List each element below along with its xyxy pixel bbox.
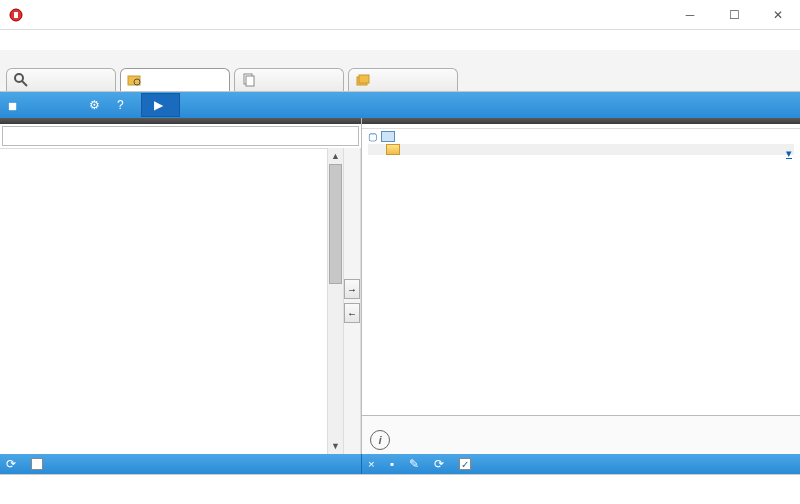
properties-link[interactable]: ▾: [784, 147, 792, 160]
menu-help[interactable]: [46, 38, 58, 42]
pencil-icon: ✎: [409, 457, 419, 471]
maximize-button[interactable]: ☐: [712, 0, 756, 30]
scroll-down-icon[interactable]: ▼: [328, 438, 343, 454]
right-footer: × ▪ ✎ ⟳ ✓: [362, 454, 800, 474]
path-input[interactable]: [2, 126, 359, 146]
tab-search-criteria[interactable]: [6, 68, 116, 91]
x-icon: ×: [368, 458, 375, 470]
available-folders-header: [0, 118, 361, 124]
add-folder-button[interactable]: →: [344, 279, 360, 299]
folder-tree[interactable]: [0, 148, 327, 454]
collapse-icon[interactable]: ▢: [368, 131, 377, 142]
help-icon: ?: [117, 98, 124, 112]
svg-point-2: [15, 74, 23, 82]
scroll-thumb[interactable]: [329, 164, 342, 284]
files-icon: [241, 72, 257, 88]
svg-rect-7: [246, 76, 254, 86]
checkbox-icon: ✓: [459, 458, 471, 470]
minimize-button[interactable]: ─: [668, 0, 712, 30]
svg-rect-9: [359, 75, 369, 83]
search-folder-row[interactable]: [368, 144, 794, 155]
show-hidden-toggle[interactable]: [31, 458, 46, 470]
left-footer: ⟳: [0, 454, 362, 474]
status-bar: [0, 474, 800, 494]
drive-row[interactable]: ▢: [368, 131, 794, 142]
checkbox-icon: [31, 458, 43, 470]
tree-scrollbar[interactable]: ▲ ▼: [327, 148, 343, 454]
svg-rect-1: [14, 12, 18, 18]
tab-duplicate-folders[interactable]: [348, 68, 458, 91]
close-button[interactable]: ✕: [756, 0, 800, 30]
info-panel: i: [362, 415, 800, 454]
select-folder-button[interactable]: ▪: [390, 458, 397, 470]
refresh-icon: ⟳: [6, 457, 16, 471]
play-icon: ▶: [154, 98, 163, 112]
folder-search-icon: [127, 72, 143, 88]
tab-bar: [0, 50, 800, 92]
refresh-folders-button[interactable]: ⟳: [6, 457, 19, 471]
section-icon: ■: [8, 97, 17, 114]
menu-options[interactable]: [32, 38, 44, 42]
chevron-down-icon: ▾: [786, 147, 792, 160]
menu-file[interactable]: [4, 38, 16, 42]
refresh-list-button[interactable]: ⟳: [434, 457, 447, 471]
tab-scan-location[interactable]: [120, 68, 230, 91]
folder-icon: [386, 144, 400, 155]
group-drives-toggle[interactable]: ✓: [459, 458, 474, 470]
start-scan-button[interactable]: ▶: [141, 93, 180, 117]
enter-folder-name-button[interactable]: ✎: [409, 457, 422, 471]
search-icon: [13, 72, 29, 88]
more-options-link[interactable]: ⚙: [89, 98, 103, 112]
refresh-icon: ⟳: [434, 457, 444, 471]
help-link[interactable]: ?: [117, 98, 127, 112]
drive-icon: [381, 131, 395, 142]
gear-icon: ⚙: [89, 98, 100, 112]
menubar: [0, 30, 800, 50]
tab-duplicate-files[interactable]: [234, 68, 344, 91]
clear-list-button[interactable]: ×: [368, 458, 378, 470]
section-header: ■ ⚙ ? ▶: [0, 92, 800, 118]
app-icon: [8, 7, 24, 23]
folder-icon: ▪: [390, 458, 394, 470]
svg-line-3: [22, 81, 27, 86]
scroll-up-icon[interactable]: ▲: [328, 148, 343, 164]
folders-icon: [355, 72, 371, 88]
menu-view[interactable]: [18, 38, 30, 42]
info-icon: i: [370, 430, 390, 450]
remove-folder-button[interactable]: ←: [344, 303, 360, 323]
